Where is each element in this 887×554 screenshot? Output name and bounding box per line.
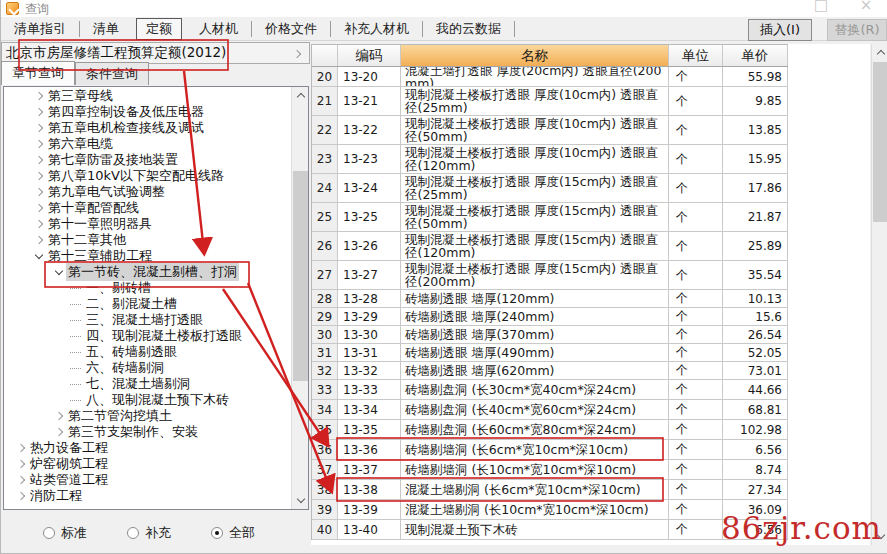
cell-row-number[interactable]: 33 (312, 380, 338, 399)
tree-item[interactable]: 第十章配管配线 (4, 200, 290, 216)
cell-unit[interactable]: 个 (669, 520, 723, 539)
cell-row-number[interactable]: 28 (312, 290, 338, 307)
cell-unit[interactable]: 个 (669, 308, 723, 325)
table-row-23[interactable]: 2313-23现制混凝土楼板打透眼 厚度(10cm内) 透眼直径(120mm)个… (312, 145, 788, 174)
cell-unit[interactable]: 个 (669, 145, 723, 173)
chevron-right-icon[interactable] (17, 444, 25, 452)
chevron-right-icon[interactable] (17, 460, 25, 468)
cell-name[interactable]: 现制混凝土预下木砖 (401, 520, 669, 539)
cell-row-number[interactable]: 36 (312, 440, 338, 459)
cell-code[interactable]: 13-33 (338, 380, 401, 399)
cell-price[interactable]: 27.34 (723, 480, 788, 499)
cell-code[interactable]: 13-24 (338, 174, 401, 202)
cell-name[interactable]: 砖墙剔盘洞 (长40cm*宽60cm*深24cm) (401, 400, 669, 419)
tree-item-label[interactable]: 消防工程 (28, 487, 84, 505)
cell-name[interactable]: 现制混凝土楼板打透眼 厚度(15cm内) 透眼直径(25mm) (401, 174, 669, 202)
cell-unit[interactable]: 个 (669, 400, 723, 419)
cell-name[interactable]: 砖墙剔盘洞 (长30cm*宽40cm*深24cm) (401, 380, 669, 399)
chevron-right-icon[interactable] (35, 172, 43, 180)
cell-name[interactable]: 砖墙剔透眼 墙厚(240mm) (401, 308, 669, 325)
tree-item[interactable]: 第三节支架制作、安装 (4, 424, 290, 440)
tree-item[interactable]: 炉窑砌筑工程 (4, 456, 290, 472)
cell-row-number[interactable]: 24 (312, 174, 338, 202)
cell-row-number[interactable]: 40 (312, 520, 338, 539)
tree-item[interactable]: 站类管道工程 (4, 472, 290, 488)
tree-item[interactable]: 第十一章照明器具 (4, 216, 290, 232)
radio-unchecked-icon[interactable] (127, 527, 139, 539)
cell-code[interactable]: 13-34 (338, 400, 401, 419)
cell-price[interactable]: 6.56 (723, 440, 788, 459)
cell-code[interactable]: 13-28 (338, 290, 401, 307)
grid-scrollbar-thumb[interactable] (873, 62, 887, 222)
tree-item[interactable]: 第五章电机检查接线及调试 (4, 120, 290, 136)
cell-code[interactable]: 13-32 (338, 362, 401, 379)
table-row-22[interactable]: 2213-22现制混凝土楼板打透眼 厚度(10cm内) 透眼直径(50mm)个1… (312, 116, 788, 145)
cell-row-number[interactable]: 27 (312, 261, 338, 289)
cell-name[interactable]: 混凝土墙打透眼 厚度(20cm内) 透眼直径(200mm) (401, 67, 669, 86)
chevron-down-icon[interactable] (35, 250, 43, 258)
cell-unit[interactable]: 个 (669, 116, 723, 144)
cell-code[interactable]: 13-40 (338, 520, 401, 539)
cell-unit[interactable]: 个 (669, 344, 723, 361)
cell-row-number[interactable]: 22 (312, 116, 338, 144)
cell-code[interactable]: 13-37 (338, 460, 401, 479)
header-name[interactable]: 名称 (401, 45, 669, 66)
tree-scrollbar-thumb[interactable] (293, 171, 308, 381)
cell-unit[interactable]: 个 (669, 380, 723, 399)
tab-清单指引[interactable]: 清单指引 (1, 18, 79, 40)
chevron-right-icon[interactable] (35, 220, 43, 228)
cell-row-number[interactable]: 35 (312, 420, 338, 439)
tree-toggle[interactable] (32, 93, 46, 99)
cell-unit[interactable]: 个 (669, 203, 723, 231)
cell-row-number[interactable]: 25 (312, 203, 338, 231)
table-row-34[interactable]: 3413-34砖墙剔盘洞 (长40cm*宽60cm*深24cm)个68.81 (312, 400, 788, 420)
chevron-right-icon[interactable] (35, 188, 43, 196)
tree-item[interactable]: 三、混凝土墙打透眼 (4, 312, 290, 328)
table-row-20[interactable]: 2013-20混凝土墙打透眼 厚度(20cm内) 透眼直径(200mm)个55.… (312, 67, 788, 87)
tree-toggle[interactable] (32, 141, 46, 147)
tree-item[interactable]: 第四章控制设备及低压电器 (4, 104, 290, 120)
tree-item[interactable]: 七、混凝土墙剔洞 (4, 376, 290, 392)
cell-code[interactable]: 13-26 (338, 232, 401, 260)
cell-unit[interactable]: 个 (669, 67, 723, 86)
header-price[interactable]: 单价 (723, 45, 788, 66)
cell-name[interactable]: 现制混凝土楼板打透眼 厚度(10cm内) 透眼直径(120mm) (401, 145, 669, 173)
chevron-right-icon[interactable] (17, 476, 25, 484)
close-window-button[interactable]: × (851, 0, 881, 14)
tree-item[interactable]: 第六章电缆 (4, 136, 290, 152)
tree-item[interactable]: 第十三章辅助工程 (4, 248, 290, 264)
cell-code[interactable]: 13-29 (338, 308, 401, 325)
cell-name[interactable]: 砖墙剔盘洞 (长60cm*宽80cm*深24cm) (401, 420, 669, 439)
radio-标准[interactable]: 标准 (43, 524, 87, 542)
cell-price[interactable]: 102.98 (723, 420, 788, 439)
tree-toggle[interactable] (52, 271, 66, 274)
chevron-down-icon[interactable] (55, 266, 63, 274)
radio-checked-icon[interactable] (211, 527, 223, 539)
chevron-right-icon[interactable] (35, 204, 43, 212)
cell-unit[interactable]: 个 (669, 326, 723, 343)
cell-name[interactable]: 现制混凝土楼板打透眼 厚度(15cm内) 透眼直径(50mm) (401, 203, 669, 231)
cell-code[interactable]: 13-35 (338, 420, 401, 439)
cell-row-number[interactable]: 30 (312, 326, 338, 343)
cell-row-number[interactable]: 31 (312, 344, 338, 361)
cell-name[interactable]: 现制混凝土楼板打透眼 厚度(10cm内) 透眼直径(50mm) (401, 116, 669, 144)
tab-人材机[interactable]: 人材机 (186, 18, 251, 40)
tree-toggle[interactable] (32, 109, 46, 115)
cell-price[interactable]: 25.89 (723, 232, 788, 260)
tree-item[interactable]: 第十二章其他 (4, 232, 290, 248)
tree-item[interactable]: 第一节砖、混凝土剔槽、打洞 (4, 264, 290, 280)
table-row-36[interactable]: 3613-36砖墙剔墙洞 (长6cm*宽10cm*深10cm)个6.56 (312, 440, 788, 460)
tab-定额[interactable]: 定额 (136, 18, 182, 40)
cell-price[interactable]: 8.74 (723, 460, 788, 479)
cell-unit[interactable]: 个 (669, 87, 723, 115)
table-row-29[interactable]: 2913-29砖墙剔透眼 墙厚(240mm)个15.6 (312, 308, 788, 326)
cell-price[interactable]: 10.13 (723, 290, 788, 307)
cell-price[interactable]: 9.85 (723, 87, 788, 115)
tree-toggle[interactable] (14, 493, 28, 499)
cell-row-number[interactable]: 26 (312, 232, 338, 260)
cell-name[interactable]: 砖墙剔墙洞 (长10cm*宽10cm*深10cm) (401, 460, 669, 479)
tree-scrollbar[interactable] (291, 87, 308, 509)
table-row-25[interactable]: 2513-25现制混凝土楼板打透眼 厚度(15cm内) 透眼直径(50mm)个2… (312, 203, 788, 232)
cell-code[interactable]: 13-31 (338, 344, 401, 361)
table-row-35[interactable]: 3513-35砖墙剔盘洞 (长60cm*宽80cm*深24cm)个102.98 (312, 420, 788, 440)
